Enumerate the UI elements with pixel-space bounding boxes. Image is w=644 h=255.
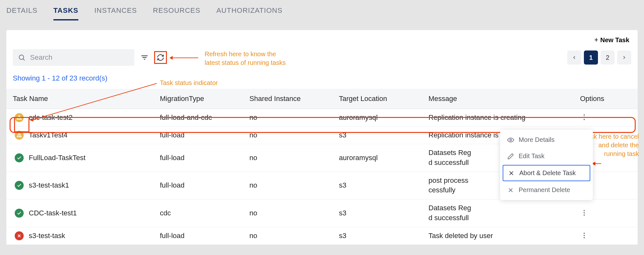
cell-migration: cdc [153, 199, 243, 227]
svg-point-25 [584, 214, 585, 216]
svg-point-29 [584, 235, 585, 236]
status-ok-icon [15, 153, 24, 162]
cell-shared: no [243, 227, 333, 244]
svg-line-1 [23, 59, 25, 61]
cell-target: s3 [333, 172, 422, 199]
col-header-target[interactable]: Target Location [333, 89, 422, 109]
filter-button[interactable] [138, 51, 151, 64]
menu-edit-task-label: Edit Task [519, 152, 545, 160]
status-ok-icon [15, 209, 24, 218]
search-icon [18, 51, 26, 64]
task-name: CDC-task-test1 [29, 209, 77, 217]
cell-migration: full-load [153, 172, 243, 199]
row-options-button[interactable] [580, 231, 588, 240]
cell-shared: no [243, 127, 333, 144]
cell-target: s3 [333, 227, 422, 244]
cell-migration: full-load [153, 144, 243, 172]
col-header-name[interactable]: Task Name [6, 89, 153, 109]
cell-target: s3 [333, 199, 422, 227]
menu-permanent-delete[interactable]: Permanent Delete [500, 182, 593, 198]
col-header-migration[interactable]: MigrationType [153, 89, 243, 109]
status-warn-icon [15, 113, 24, 122]
cell-shared: no [243, 199, 333, 227]
cell-message: Task deleted by user [422, 227, 574, 244]
task-name: s3-test-task [29, 232, 65, 240]
tab-instances[interactable]: INSTANCES [94, 6, 137, 19]
cell-migration: full-load [153, 227, 243, 244]
table-row[interactable]: s3-test-taskfull-loadnos3Task deleted by… [6, 227, 638, 244]
status-error-icon [15, 231, 24, 240]
status-warn-icon [15, 131, 24, 140]
svg-point-30 [584, 237, 585, 238]
task-name: FullLoad-TaskTest [29, 154, 85, 162]
menu-more-details-label: More Details [519, 136, 554, 143]
task-name: s3-test-task1 [29, 181, 69, 189]
options-context-menu: More Details Edit Task Abort & Delete Ta… [500, 130, 593, 200]
task-name: cdc-task-test2 [29, 113, 73, 122]
cell-shared: no [243, 172, 333, 199]
row-options-button[interactable] [580, 113, 588, 122]
col-header-shared[interactable]: Shared Instance [243, 89, 333, 109]
cell-migration: full-load [153, 127, 243, 144]
tab-bar: DETAILS TASKS INSTANCES RESOURCES AUTHOR… [0, 0, 644, 20]
svg-point-28 [584, 233, 585, 234]
page-1-button[interactable]: 1 [584, 50, 598, 65]
col-header-message[interactable]: Message [422, 89, 574, 109]
status-ok-icon [15, 181, 24, 190]
svg-point-9 [584, 114, 585, 116]
cell-migration: full-load-and-cdc [153, 109, 243, 127]
search-field-wrapper [13, 49, 134, 66]
refresh-button[interactable] [154, 51, 167, 64]
svg-point-11 [584, 119, 585, 120]
tasks-panel: + New Task [6, 30, 638, 245]
tab-tasks[interactable]: TASKS [53, 6, 78, 20]
cell-target: auroramysql [333, 144, 422, 172]
svg-point-10 [584, 117, 585, 118]
svg-point-8 [19, 119, 19, 119]
tab-details[interactable]: DETAILS [6, 6, 37, 19]
col-header-options: Options [574, 89, 638, 109]
svg-point-23 [584, 210, 585, 211]
pagination: 1 2 [567, 50, 631, 65]
tab-resources[interactable]: RESOURCES [153, 6, 200, 19]
cell-shared: no [243, 109, 333, 127]
cell-target: s3 [333, 127, 422, 144]
svg-point-31 [510, 139, 512, 141]
cell-message: Datasets Regd successfull [422, 199, 574, 227]
menu-more-details[interactable]: More Details [500, 132, 593, 148]
table-row[interactable]: cdc-task-test2full-load-and-cdcnoauroram… [6, 109, 638, 127]
cell-message: Replication instance is creating [422, 109, 574, 127]
page-2-button[interactable]: 2 [601, 50, 615, 65]
svg-point-0 [19, 55, 24, 59]
svg-point-13 [19, 136, 19, 136]
task-name: Taskv1Test4 [29, 131, 67, 139]
menu-edit-task[interactable]: Edit Task [500, 148, 593, 164]
menu-abort-delete-label: Abort & Delete Task [519, 169, 576, 177]
menu-permanent-delete-label: Permanent Delete [519, 186, 570, 194]
page-prev-button[interactable] [567, 50, 581, 65]
page-next-button[interactable] [617, 50, 631, 65]
search-input[interactable] [30, 53, 129, 62]
cell-target: auroramysql [333, 109, 422, 127]
menu-abort-delete[interactable]: Abort & Delete Task [503, 165, 590, 181]
record-count-label: Showing 1 - 12 of 23 record(s) [6, 66, 638, 82]
cell-shared: no [243, 144, 333, 172]
svg-point-24 [584, 212, 585, 213]
table-row[interactable]: CDC-task-test1cdcnos3Datasets Regd succe… [6, 199, 638, 227]
tab-authorizations[interactable]: AUTHORIZATIONS [216, 6, 283, 19]
row-options-button[interactable] [580, 208, 588, 217]
